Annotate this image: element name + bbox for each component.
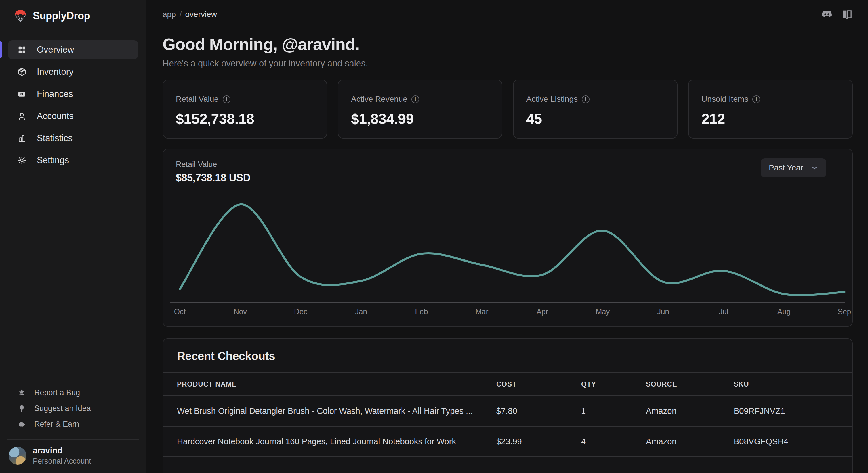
stat-value: 45 bbox=[526, 111, 664, 127]
retail-value-chart-card: Retail Value $85,738.18 USD Past Year Oc… bbox=[162, 148, 853, 327]
sidebar: SupplyDrop Overview bbox=[0, 0, 146, 473]
suggest-idea-link[interactable]: Suggest an Idea bbox=[0, 401, 146, 416]
topbar: app / overview bbox=[162, 0, 853, 29]
cell-sku: B09RFJNVZ1 bbox=[734, 406, 838, 416]
stat-card-active-revenue: Active Revenue $1,834.99 bbox=[338, 79, 502, 138]
stat-label: Unsold Items bbox=[702, 95, 748, 104]
cell-cost: $23.99 bbox=[496, 437, 581, 446]
month-tick-label: May bbox=[583, 307, 623, 316]
breadcrumb-page[interactable]: overview bbox=[185, 10, 217, 19]
sidebar-item-label: Inventory bbox=[37, 67, 74, 77]
user-account-type: Personal Account bbox=[33, 457, 91, 466]
piggy-bank-icon bbox=[18, 420, 26, 428]
stat-label: Active Revenue bbox=[351, 95, 407, 104]
sidebar-item-overview[interactable]: Overview bbox=[8, 40, 138, 59]
info-icon[interactable] bbox=[582, 95, 589, 103]
month-tick-label: Mar bbox=[462, 307, 502, 316]
report-bug-link[interactable]: Report a Bug bbox=[0, 385, 146, 401]
sidebar-item-label: Settings bbox=[37, 155, 69, 166]
sidebar-item-settings[interactable]: Settings bbox=[8, 151, 138, 170]
footer-link-label: Suggest an Idea bbox=[34, 404, 91, 413]
stats-row: Retail Value $152,738.18 Active Revenue … bbox=[162, 79, 853, 138]
cell-product-name: Hardcover Notebook Journal 160 Pages, Li… bbox=[177, 437, 496, 446]
table-header-row: PRODUCT NAME COST QTY SOURCE SKU bbox=[163, 372, 852, 396]
sidebar-item-statistics[interactable]: Statistics bbox=[8, 129, 138, 148]
stat-card-active-listings: Active Listings 45 bbox=[513, 79, 678, 138]
range-select-dropdown[interactable]: Past Year bbox=[761, 158, 826, 177]
stat-label: Active Listings bbox=[526, 95, 578, 104]
discord-icon[interactable] bbox=[821, 9, 833, 20]
column-header[interactable]: QTY bbox=[581, 380, 646, 388]
month-tick-label: Jul bbox=[704, 307, 744, 316]
retail-value-line-chart bbox=[169, 197, 851, 303]
brand-name: SupplyDrop bbox=[33, 10, 90, 22]
lightbulb-icon bbox=[18, 405, 26, 412]
refer-earn-link[interactable]: Refer & Earn bbox=[0, 416, 146, 432]
gear-icon bbox=[17, 156, 27, 165]
user-profile[interactable]: aravind Personal Account bbox=[0, 440, 146, 473]
range-select-value: Past Year bbox=[769, 163, 803, 172]
parachute-logo-icon bbox=[14, 9, 27, 23]
cell-product-name: Wet Brush Original Detangler Brush - Col… bbox=[177, 406, 496, 416]
bug-icon bbox=[18, 389, 26, 397]
month-tick-label: Aug bbox=[764, 307, 804, 316]
breadcrumb-separator: / bbox=[180, 10, 182, 19]
cell-qty: 1 bbox=[581, 406, 646, 416]
user-icon bbox=[17, 111, 27, 121]
month-tick-label: Jun bbox=[643, 307, 683, 316]
sidebar-item-label: Accounts bbox=[37, 111, 74, 121]
sidebar-spacer bbox=[0, 173, 146, 385]
chart-x-axis bbox=[170, 302, 845, 303]
sidebar-item-label: Finances bbox=[37, 89, 73, 99]
active-indicator bbox=[0, 41, 2, 58]
cell-sku: B08VGFQSH4 bbox=[734, 437, 838, 446]
month-tick-label: Nov bbox=[220, 307, 260, 316]
banknote-icon bbox=[17, 89, 27, 99]
sidebar-item-label: Statistics bbox=[37, 133, 72, 143]
column-header[interactable]: SOURCE bbox=[646, 380, 734, 388]
page-title: Good Morning, @aravind. bbox=[162, 34, 853, 54]
sidebar-item-accounts[interactable]: Accounts bbox=[8, 107, 138, 126]
month-tick-label: Sep bbox=[824, 307, 865, 316]
month-tick-label: Dec bbox=[280, 307, 321, 316]
cell-source: Amazon bbox=[646, 437, 734, 446]
cell-qty: 4 bbox=[581, 437, 646, 446]
breadcrumb-section[interactable]: app bbox=[162, 10, 176, 19]
footer-link-label: Report a Bug bbox=[34, 388, 80, 397]
chart-header: Retail Value $85,738.18 USD bbox=[176, 160, 250, 184]
table-row[interactable] bbox=[163, 456, 852, 473]
bar-chart-icon bbox=[17, 134, 27, 143]
info-icon[interactable] bbox=[752, 95, 760, 103]
cell-source: Amazon bbox=[646, 406, 734, 416]
column-header[interactable]: SKU bbox=[734, 380, 838, 388]
info-icon[interactable] bbox=[411, 95, 419, 103]
month-tick-label: Apr bbox=[522, 307, 562, 316]
stat-value: 212 bbox=[702, 111, 839, 127]
main-content: app / overview Good Morning, @ar bbox=[146, 0, 868, 473]
table-row[interactable]: Wet Brush Original Detangler Brush - Col… bbox=[163, 396, 852, 426]
column-header[interactable]: PRODUCT NAME bbox=[177, 380, 496, 388]
chevron-down-icon bbox=[811, 164, 818, 172]
sidebar-item-finances[interactable]: Finances bbox=[8, 85, 138, 103]
cell-cost: $7.80 bbox=[496, 406, 581, 416]
sidebar-item-inventory[interactable]: Inventory bbox=[8, 62, 138, 81]
stat-card-unsold-items: Unsold Items 212 bbox=[688, 79, 853, 138]
docs-book-icon[interactable] bbox=[841, 9, 853, 20]
dashboard-icon bbox=[17, 45, 27, 54]
sidebar-footer-links: Report a Bug Suggest an Idea bbox=[0, 385, 146, 432]
stat-value: $1,834.99 bbox=[351, 111, 489, 127]
month-tick-label: Jan bbox=[341, 307, 381, 316]
avatar bbox=[9, 447, 27, 465]
info-icon[interactable] bbox=[223, 95, 230, 103]
sidebar-item-label: Overview bbox=[37, 44, 74, 55]
stat-value: $152,738.18 bbox=[176, 111, 314, 127]
page-subtitle: Here's a quick overview of your inventor… bbox=[162, 58, 853, 69]
breadcrumb: app / overview bbox=[162, 10, 217, 19]
chart-current-value: $85,738.18 USD bbox=[176, 172, 250, 184]
column-header[interactable]: COST bbox=[496, 380, 581, 388]
month-tick-label: Oct bbox=[160, 307, 200, 316]
chart-label: Retail Value bbox=[176, 160, 250, 169]
user-name: aravind bbox=[33, 446, 91, 455]
topbar-icons bbox=[821, 9, 853, 20]
table-row[interactable]: Hardcover Notebook Journal 160 Pages, Li… bbox=[163, 426, 852, 456]
